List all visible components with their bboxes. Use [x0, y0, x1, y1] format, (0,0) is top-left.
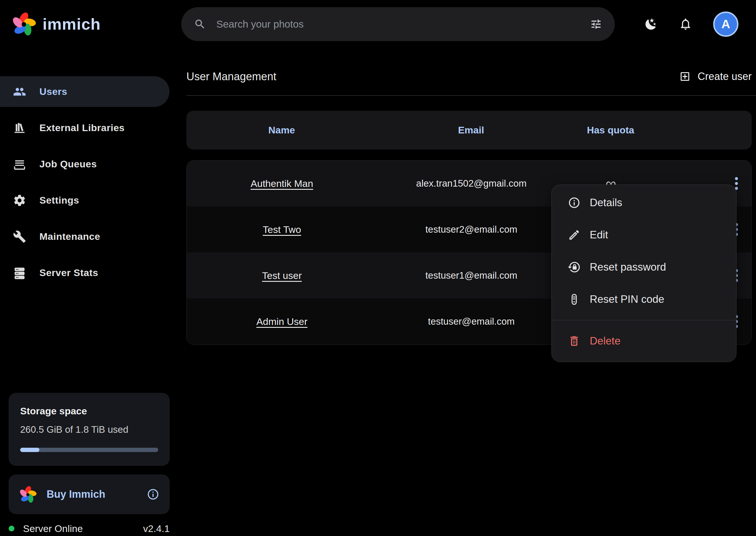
trash-icon	[568, 335, 580, 347]
sidebar-item-users[interactable]: Users	[0, 76, 169, 107]
user-name-link[interactable]: Authentik Man	[251, 178, 313, 189]
info-icon	[568, 196, 580, 209]
create-user-button[interactable]: Create user	[679, 70, 752, 83]
storage-space-card: Storage space 260.5 GiB of 1.8 TiB used	[9, 393, 170, 466]
menu-item-reset-pin-code[interactable]: Reset PIN code	[552, 283, 736, 316]
server-version: v2.4.1	[143, 523, 170, 534]
storage-progress-fill	[20, 448, 39, 452]
avatar-letter: A	[721, 17, 730, 31]
pencil-icon	[568, 229, 580, 241]
info-icon[interactable]	[147, 488, 159, 501]
header-divider	[187, 95, 756, 96]
users-icon	[13, 85, 26, 98]
page-title: User Management	[187, 70, 276, 83]
user-name-cell: Authentik Man	[187, 178, 377, 189]
sidebar-item-maintenance[interactable]: Maintenance	[0, 221, 169, 252]
users-table-header: Name Email Has quota	[187, 111, 752, 150]
menu-item-label: Edit	[590, 229, 608, 241]
tray-icon	[13, 157, 26, 171]
sidebar-item-label: Maintenance	[39, 231, 100, 242]
sidebar-item-job-queues[interactable]: Job Queues	[0, 149, 169, 180]
bookshelf-icon	[13, 121, 26, 135]
column-header-email: Email	[377, 124, 565, 136]
pin-pad-icon	[568, 293, 580, 306]
menu-item-label: Reset password	[590, 261, 666, 273]
user-name-link[interactable]: Admin User	[256, 316, 308, 327]
page-header: User Management Create user	[187, 66, 752, 87]
storage-usage-text: 260.5 GiB of 1.8 TiB used	[20, 424, 158, 435]
menu-item-label: Details	[590, 197, 622, 209]
server-status-label: Server Online	[23, 523, 83, 534]
user-email-cell: testuser@email.com	[377, 316, 566, 327]
sidebar-item-label: Users	[39, 86, 67, 97]
menu-item-delete[interactable]: Delete	[552, 325, 736, 357]
search-filters-icon[interactable]	[590, 18, 602, 30]
menu-item-edit[interactable]: Edit	[552, 219, 736, 251]
menu-item-label: Reset PIN code	[590, 293, 664, 305]
plus-box-icon	[679, 71, 691, 82]
notifications-bell-icon[interactable]	[679, 17, 692, 31]
user-name-cell: Admin User	[187, 316, 377, 327]
sidebar-item-label: Server Stats	[39, 267, 98, 278]
user-name-cell: Test Two	[187, 224, 377, 235]
search-bar[interactable]	[181, 7, 615, 41]
sidebar-item-settings[interactable]: Settings	[0, 185, 169, 216]
immich-flower-icon	[19, 486, 37, 503]
sidebar-item-server-stats[interactable]: Server Stats	[0, 257, 169, 288]
sidebar-item-external-libraries[interactable]: External Libraries	[0, 113, 169, 143]
user-email-cell: testuser2@email.com	[377, 224, 566, 235]
user-avatar[interactable]: A	[713, 12, 739, 37]
admin-sidebar: Users External Libraries Job Queues Sett…	[0, 48, 178, 536]
row-context-menu: Details Edit Reset password Reset PIN co…	[551, 184, 737, 362]
menu-item-label: Delete	[590, 335, 621, 347]
user-name-link[interactable]: Test user	[262, 270, 302, 281]
server-icon	[13, 266, 26, 280]
dark-mode-toggle-icon[interactable]	[644, 17, 658, 31]
buy-immich-button[interactable]: Buy Immich	[9, 475, 170, 514]
search-input[interactable]	[216, 18, 590, 30]
immich-flower-icon	[12, 12, 36, 36]
column-header-name: Name	[187, 124, 377, 136]
server-online-dot	[9, 526, 15, 531]
wrench-icon	[13, 230, 26, 243]
search-icon	[194, 18, 206, 30]
user-name-cell: Test user	[187, 270, 377, 281]
menu-item-details[interactable]: Details	[552, 186, 736, 219]
sidebar-item-label: Settings	[39, 195, 79, 206]
server-status-row: Server Online v2.4.1	[9, 520, 170, 536]
menu-divider	[552, 320, 736, 320]
storage-progress-track	[20, 448, 158, 452]
storage-title: Storage space	[20, 405, 158, 417]
buy-immich-label: Buy Immich	[47, 488, 105, 500]
column-header-has-quota: Has quota	[565, 124, 656, 136]
user-name-link[interactable]: Test Two	[263, 224, 301, 235]
logo-wordmark: immich	[43, 15, 101, 33]
immich-logo: immich	[12, 12, 101, 36]
menu-item-reset-password[interactable]: Reset password	[552, 251, 736, 283]
create-user-label: Create user	[698, 70, 752, 83]
sidebar-nav: Users External Libraries Job Queues Sett…	[0, 76, 178, 294]
sidebar-item-label: Job Queues	[39, 158, 97, 170]
sidebar-item-label: External Libraries	[39, 122, 124, 133]
user-email-cell: testuser1@email.com	[377, 270, 566, 281]
user-email-cell: alex.tran1502@gmail.com	[377, 178, 566, 189]
topbar: immich A	[0, 0, 756, 48]
gear-icon	[13, 194, 26, 207]
lock-reset-icon	[568, 261, 580, 274]
